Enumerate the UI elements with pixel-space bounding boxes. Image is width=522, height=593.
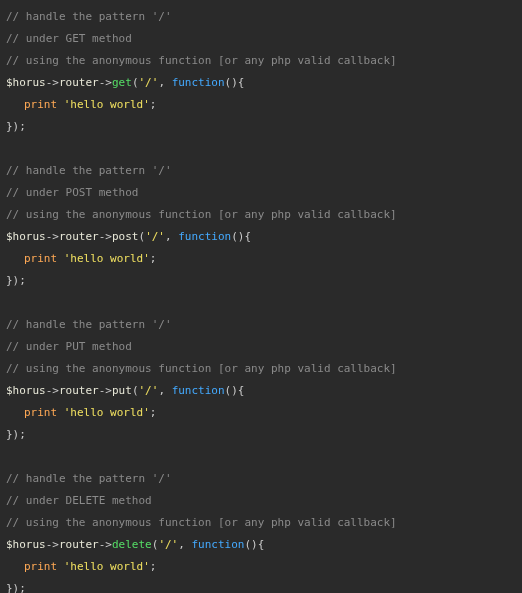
comment-text: // under DELETE method <box>6 494 152 507</box>
code-line: // under DELETE method <box>6 490 516 512</box>
variable: $horus <box>6 538 46 551</box>
code-line: // using the anonymous function [or any … <box>6 358 516 380</box>
comma: , <box>158 384 171 397</box>
variable: $horus <box>6 384 46 397</box>
space <box>57 560 64 573</box>
arrow-op: -> <box>46 384 59 397</box>
comment-text: // using the anonymous function [or any … <box>6 362 397 375</box>
brace-open: (){ <box>225 76 245 89</box>
code-line: // under PUT method <box>6 336 516 358</box>
keyword: print <box>24 560 57 573</box>
code-line: }); <box>6 116 516 138</box>
arrow-op: -> <box>46 76 59 89</box>
keyword: print <box>24 252 57 265</box>
space <box>6 450 13 463</box>
semicolon: ; <box>150 406 157 419</box>
method-name: delete <box>112 538 152 551</box>
arrow-op: -> <box>99 538 112 551</box>
string-literal: 'hello world' <box>64 560 150 573</box>
blank-line <box>6 292 516 314</box>
code-line: // handle the pattern '/' <box>6 468 516 490</box>
brace-open: (){ <box>231 230 251 243</box>
string-literal: '/' <box>145 230 165 243</box>
comma: , <box>158 76 171 89</box>
string-literal: '/' <box>158 538 178 551</box>
code-line: $horus->router->delete('/', function(){ <box>6 534 516 556</box>
code-line: }); <box>6 424 516 446</box>
comment-text: // using the anonymous function [or any … <box>6 54 397 67</box>
code-line: // using the anonymous function [or any … <box>6 50 516 72</box>
brace-close: }); <box>6 120 26 133</box>
code-line: // handle the pattern '/' <box>6 160 516 182</box>
code-line: $horus->router->post('/', function(){ <box>6 226 516 248</box>
code-line: // using the anonymous function [or any … <box>6 204 516 226</box>
keyword: print <box>24 98 57 111</box>
property: router <box>59 538 99 551</box>
string-literal: '/' <box>139 384 159 397</box>
comment-text: // using the anonymous function [or any … <box>6 516 397 529</box>
blank-line <box>6 138 516 160</box>
code-line: $horus->router->get('/', function(){ <box>6 72 516 94</box>
comment-text: // handle the pattern '/' <box>6 10 172 23</box>
property: router <box>59 230 99 243</box>
semicolon: ; <box>150 98 157 111</box>
string-literal: 'hello world' <box>64 406 150 419</box>
space <box>6 296 13 309</box>
code-line: }); <box>6 270 516 292</box>
arrow-op: -> <box>46 230 59 243</box>
comma: , <box>165 230 178 243</box>
function-keyword: function <box>178 230 231 243</box>
comment-text: // using the anonymous function [or any … <box>6 208 397 221</box>
comment-text: // handle the pattern '/' <box>6 318 172 331</box>
comment-text: // handle the pattern '/' <box>6 472 172 485</box>
comma: , <box>178 538 191 551</box>
string-literal: 'hello world' <box>64 252 150 265</box>
comment-text: // under PUT method <box>6 340 132 353</box>
code-line: // handle the pattern '/' <box>6 6 516 28</box>
variable: $horus <box>6 230 46 243</box>
code-line: // under POST method <box>6 182 516 204</box>
space <box>57 98 64 111</box>
comment-text: // under POST method <box>6 186 138 199</box>
space <box>57 252 64 265</box>
keyword: print <box>24 406 57 419</box>
semicolon: ; <box>150 252 157 265</box>
code-line: print 'hello world'; <box>6 556 516 578</box>
semicolon: ; <box>150 560 157 573</box>
property: router <box>59 76 99 89</box>
brace-close: }); <box>6 428 26 441</box>
code-line: }); <box>6 578 516 593</box>
arrow-op: -> <box>46 538 59 551</box>
comment-text: // under GET method <box>6 32 132 45</box>
comment-text: // handle the pattern '/' <box>6 164 172 177</box>
paren: ( <box>132 76 139 89</box>
string-literal: '/' <box>139 76 159 89</box>
code-line: // handle the pattern '/' <box>6 314 516 336</box>
code-line: print 'hello world'; <box>6 94 516 116</box>
method-name: put <box>112 384 132 397</box>
function-keyword: function <box>172 384 225 397</box>
arrow-op: -> <box>99 230 112 243</box>
code-line: print 'hello world'; <box>6 402 516 424</box>
paren: ( <box>132 384 139 397</box>
code-line: // using the anonymous function [or any … <box>6 512 516 534</box>
space <box>6 142 13 155</box>
method-name: post <box>112 230 139 243</box>
brace-close: }); <box>6 582 26 593</box>
brace-close: }); <box>6 274 26 287</box>
code-line: // under GET method <box>6 28 516 50</box>
brace-open: (){ <box>225 384 245 397</box>
space <box>57 406 64 419</box>
function-keyword: function <box>192 538 245 551</box>
code-line: $horus->router->put('/', function(){ <box>6 380 516 402</box>
arrow-op: -> <box>99 384 112 397</box>
arrow-op: -> <box>99 76 112 89</box>
brace-open: (){ <box>244 538 264 551</box>
function-keyword: function <box>172 76 225 89</box>
property: router <box>59 384 99 397</box>
variable: $horus <box>6 76 46 89</box>
blank-line <box>6 446 516 468</box>
code-line: print 'hello world'; <box>6 248 516 270</box>
string-literal: 'hello world' <box>64 98 150 111</box>
method-name: get <box>112 76 132 89</box>
